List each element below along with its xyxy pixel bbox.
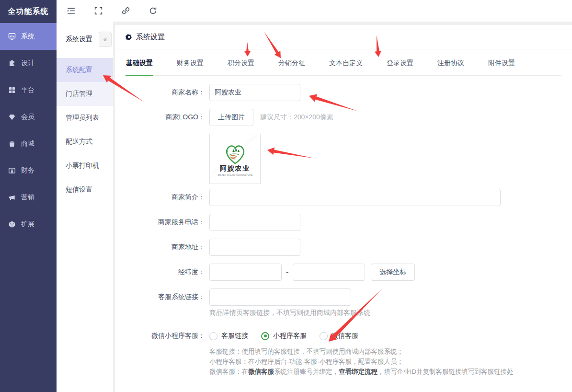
lat-lng-label: 经纬度： xyxy=(126,268,205,277)
nav-item-label: 商城 xyxy=(21,139,34,148)
tab-财务设置[interactable]: 财务设置 xyxy=(176,49,204,76)
merchant-intro-label: 商家简介： xyxy=(126,193,205,202)
collapse-sidebar-button[interactable]: « xyxy=(99,32,112,47)
sub-menu-item-管理员列表[interactable]: 管理员列表 xyxy=(57,106,113,130)
view-binding-flow-link[interactable]: 查看绑定流程 xyxy=(339,368,378,375)
radio-微信客服[interactable]: 微信客服 xyxy=(320,332,358,340)
latitude-input[interactable] xyxy=(293,264,365,281)
tab-基础设置[interactable]: 基础设置 xyxy=(126,49,153,76)
extension-icon xyxy=(8,220,16,228)
merchant-name-input[interactable] xyxy=(209,84,300,101)
nav-item-商城[interactable]: 商城 xyxy=(0,130,57,157)
tab-积分设置[interactable]: 积分设置 xyxy=(227,49,255,76)
wechat-service-help: 客服链接：使用填写的客服链接，不填写则使用商城内部客服系统；小程序客服：在小程序… xyxy=(209,346,561,377)
service-phone-input[interactable] xyxy=(209,214,300,231)
help-text-segment: 小程序客服：在小程序后台-功能-客服-小程序客服，配置客服人员； xyxy=(209,358,403,365)
wechat-service-row: 微信小程序客服： 客服链接小程序客服微信客服 xyxy=(126,332,561,340)
merchant-logo-label: 商家LOGO： xyxy=(126,113,205,122)
member-icon xyxy=(8,113,16,121)
tab-文本自定义[interactable]: 文本自定义 xyxy=(329,49,363,76)
farm-logo-subtitle: SISTER-IN-LAW AGRICULTURE xyxy=(217,174,252,177)
upload-image-button[interactable]: 上传图片 xyxy=(209,109,253,126)
sub-menu-item-配送方式[interactable]: 配送方式 xyxy=(57,130,113,154)
tab-注册协议[interactable]: 注册协议 xyxy=(437,49,465,76)
merchant-logo-preview[interactable]: LOGOS LOGOS 阿嫂农业 SISTER-IN-LAW AGRICULTU… xyxy=(209,134,261,184)
help-line: 微信客服：在微信客服系统注册账号并绑定，查看绑定流程，填写企业ID并复制客服链接… xyxy=(209,367,561,377)
nav-item-label: 设计 xyxy=(21,59,34,68)
app-title: 全功能系统 xyxy=(0,0,57,23)
service-link-row: 客服系统链接： xyxy=(126,288,561,306)
merchant-address-row: 商家地址： xyxy=(126,239,561,256)
pick-coordinates-button[interactable]: 选择坐标 xyxy=(371,264,415,281)
gear-icon xyxy=(126,34,133,41)
service-phone-row: 商家服务电话： xyxy=(126,214,561,231)
menu-fold-icon[interactable] xyxy=(67,6,76,15)
radio-客服链接[interactable]: 客服链接 xyxy=(209,332,248,340)
finance-icon xyxy=(8,167,16,174)
service-link-input[interactable] xyxy=(209,288,351,306)
platform-icon xyxy=(8,86,16,94)
sub-menu-item-短信设置[interactable]: 短信设置 xyxy=(57,178,113,202)
mall-icon xyxy=(8,140,16,148)
service-phone-label: 商家服务电话： xyxy=(126,218,205,227)
sub-sidebar: 系统设置 « 系统配置门店管理管理员列表配送方式小票打印机短信设置 xyxy=(57,22,113,392)
help-line: 客服链接：使用填写的客服链接，不填写则使用商城内部客服系统； xyxy=(209,346,561,357)
lat-lng-separator: - xyxy=(286,268,288,277)
lat-lng-row: 经纬度： - 选择坐标 xyxy=(126,264,561,281)
sub-menu-item-系统配置[interactable]: 系统配置 xyxy=(57,58,113,82)
fullscreen-icon[interactable] xyxy=(94,6,103,15)
sub-menu-item-门店管理[interactable]: 门店管理 xyxy=(57,82,113,106)
help-line: 小程序客服：在小程序后台-功能-客服-小程序客服，配置客服人员； xyxy=(209,357,561,367)
nav-item-扩展[interactable]: 扩展 xyxy=(0,211,57,238)
merchant-address-input[interactable] xyxy=(209,239,300,256)
radio-dot xyxy=(209,332,217,340)
main-panel: 系统设置 基础设置财务设置积分设置分销分红文本自定义登录设置注册协议附件设置 商… xyxy=(115,25,572,392)
link-icon[interactable] xyxy=(121,6,130,15)
wechat-service-radio-group: 客服链接小程序客服微信客服 xyxy=(209,332,358,340)
nav-item-平台[interactable]: 平台 xyxy=(0,77,57,104)
nav-item-label: 系统 xyxy=(21,32,34,41)
topbar xyxy=(57,0,572,22)
sub-menu: 系统配置门店管理管理员列表配送方式小票打印机短信设置 xyxy=(57,58,113,202)
nav-item-财务[interactable]: 财务 xyxy=(0,157,57,184)
nav-item-营销[interactable]: 营销 xyxy=(0,184,57,211)
merchant-name-row: 商家名称： xyxy=(126,84,561,101)
design-icon xyxy=(8,59,16,67)
main-nav: 系统设计平台会员商城财务营销扩展 xyxy=(0,23,57,238)
nav-item-系统[interactable]: 系统 xyxy=(0,23,57,50)
help-text-segment: 微信客服 xyxy=(248,368,274,375)
nav-item-会员[interactable]: 会员 xyxy=(0,104,57,130)
nav-item-设计[interactable]: 设计 xyxy=(0,50,57,77)
tabs: 基础设置财务设置积分设置分销分红文本自定义登录设置注册协议附件设置 xyxy=(126,49,561,76)
longitude-input[interactable] xyxy=(209,264,282,281)
merchant-name-label: 商家名称： xyxy=(126,88,205,97)
help-text-segment: 客服链接：使用填写的客服链接，不填写则使用商城内部客服系统； xyxy=(209,348,403,355)
page-title: 系统设置 xyxy=(136,33,165,42)
help-text-segment: ，填写企业ID并复制客服链接填写到客服链接处 xyxy=(378,368,514,375)
tab-分销分红[interactable]: 分销分红 xyxy=(278,49,306,76)
refresh-icon[interactable] xyxy=(149,6,158,15)
marketing-icon xyxy=(8,194,16,201)
main-sidebar: 全功能系统 系统设计平台会员商城财务营销扩展 xyxy=(0,0,57,392)
nav-item-label: 平台 xyxy=(21,86,34,94)
tab-登录设置[interactable]: 登录设置 xyxy=(386,49,414,76)
tab-附件设置[interactable]: 附件设置 xyxy=(488,49,515,76)
settings-form: 商家名称： 商家LOGO： 上传图片 建议尺寸：200×200像素 LOGOS … xyxy=(115,76,572,377)
nav-item-label: 营销 xyxy=(21,193,34,202)
help-text-segment: 微信客服：在 xyxy=(209,368,248,375)
radio-label: 小程序客服 xyxy=(273,332,307,340)
help-text-segment: 系统注册账号并绑定， xyxy=(274,368,339,375)
sub-menu-item-小票打印机[interactable]: 小票打印机 xyxy=(57,154,113,178)
radio-label: 微信客服 xyxy=(332,332,358,340)
system-icon xyxy=(8,33,16,40)
app-root: 全功能系统 系统设计平台会员商城财务营销扩展 系统设置 « 系统配置门店管理管理… xyxy=(0,0,572,392)
merchant-address-label: 商家地址： xyxy=(126,243,205,252)
sub-sidebar-title: 系统设置 xyxy=(66,35,92,44)
sub-sidebar-header: 系统设置 « xyxy=(57,22,113,47)
service-link-label: 客服系统链接： xyxy=(126,293,205,301)
merchant-intro-row: 商家简介： xyxy=(126,189,561,206)
wechat-service-label: 微信小程序客服： xyxy=(126,332,205,340)
radio-小程序客服[interactable]: 小程序客服 xyxy=(261,332,307,340)
merchant-intro-input[interactable] xyxy=(209,189,501,206)
nav-item-label: 会员 xyxy=(21,113,34,121)
